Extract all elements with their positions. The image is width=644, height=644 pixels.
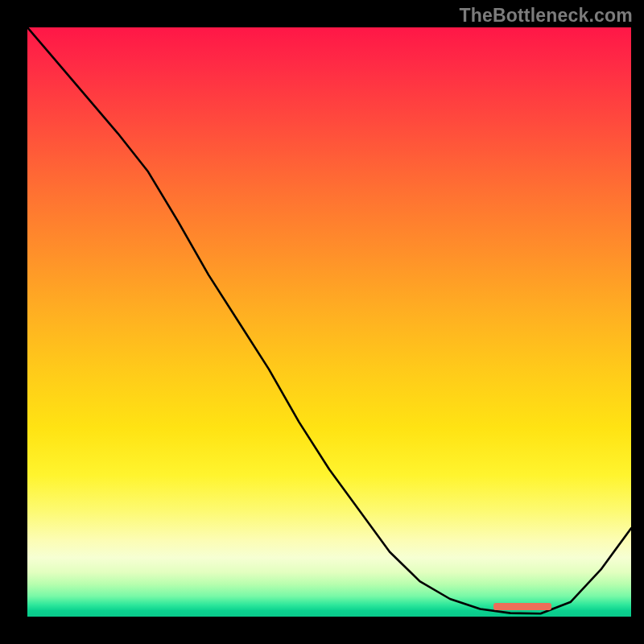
plot-area — [27, 27, 631, 617]
optimum-marker — [493, 603, 551, 610]
watermark-text: TheBottleneck.com — [459, 5, 633, 27]
chart-container: TheBottleneck.com — [0, 0, 644, 644]
chart-curve — [27, 27, 631, 617]
